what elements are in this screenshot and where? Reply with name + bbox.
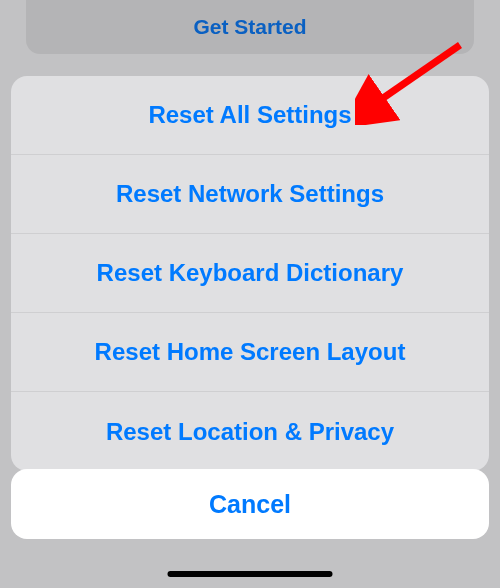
reset-home-screen-layout-button[interactable]: Reset Home Screen Layout: [11, 313, 489, 392]
get-started-label: Get Started: [193, 15, 306, 39]
reset-action-sheet: Reset All Settings Reset Network Setting…: [11, 76, 489, 471]
home-indicator[interactable]: [168, 571, 333, 577]
action-label: Reset Home Screen Layout: [95, 338, 406, 366]
reset-location-privacy-button[interactable]: Reset Location & Privacy: [11, 392, 489, 471]
reset-all-settings-button[interactable]: Reset All Settings: [11, 76, 489, 155]
action-label: Reset Keyboard Dictionary: [97, 259, 404, 287]
cancel-button[interactable]: Cancel: [11, 469, 489, 539]
cancel-label: Cancel: [209, 490, 291, 519]
reset-keyboard-dictionary-button[interactable]: Reset Keyboard Dictionary: [11, 234, 489, 313]
action-label: Reset Location & Privacy: [106, 418, 394, 446]
action-label: Reset Network Settings: [116, 180, 384, 208]
reset-network-settings-button[interactable]: Reset Network Settings: [11, 155, 489, 234]
get-started-button-bg: Get Started: [26, 0, 474, 54]
action-label: Reset All Settings: [148, 101, 351, 129]
